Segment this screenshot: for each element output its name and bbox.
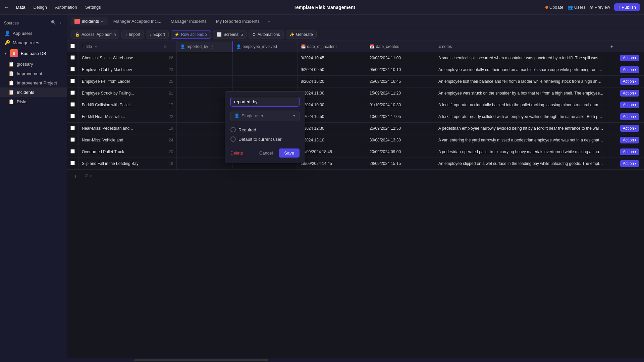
sidebar-item-label: Improvement Project xyxy=(17,80,57,85)
tab-label: Manager Incidents xyxy=(171,19,207,24)
user-type-select[interactable]: 👤 Single user ▼ xyxy=(230,111,300,121)
default-user-radio[interactable] xyxy=(230,136,236,142)
popup-action-bar: Delete Cancel Save xyxy=(230,148,300,158)
nav-design[interactable]: Design xyxy=(31,3,49,11)
generate-icon: ✨ xyxy=(289,32,294,37)
sidebar-icons: 🔍 ＋ xyxy=(51,20,63,26)
source-icon xyxy=(74,19,80,24)
publish-button[interactable]: ↑ Publish xyxy=(614,3,640,11)
nav-data[interactable]: Data xyxy=(13,3,28,11)
nav-automation[interactable]: Automation xyxy=(52,3,80,11)
horizontal-scrollbar[interactable] xyxy=(67,358,644,362)
access-button[interactable]: 🔒 Access: App admin xyxy=(71,31,119,39)
users-button[interactable]: 👥 Users xyxy=(568,5,586,10)
screens-icon: ⬜ xyxy=(217,32,222,37)
required-label: Required xyxy=(238,127,256,132)
sources-label: Sources xyxy=(4,21,19,25)
export-label: Export xyxy=(153,32,165,37)
nav-settings[interactable]: Settings xyxy=(83,3,104,11)
risks-icon: 📋 xyxy=(8,99,14,104)
row-actions-button[interactable]: ⚡ Row actions: 3 xyxy=(171,31,211,39)
tab-my-reported[interactable]: My Reported Incidents xyxy=(212,17,264,25)
cancel-button[interactable]: Cancel xyxy=(255,148,277,158)
sidebar-item-glossary[interactable]: 📋 glossary xyxy=(0,59,67,69)
default-user-label: Default to current user xyxy=(238,137,282,142)
tab-manager-accepted[interactable]: Manager Accepted Inci... xyxy=(109,17,165,25)
update-button[interactable]: Update xyxy=(545,5,564,10)
source-dots[interactable]: ••• xyxy=(101,19,105,23)
sidebar-item-app-users[interactable]: 👤 App users xyxy=(0,28,67,38)
tab-bar: incidents ••• Manager Accepted Inci... M… xyxy=(67,15,644,28)
export-button[interactable]: ↓ Export xyxy=(146,31,169,39)
tab-add-button[interactable]: ＋ xyxy=(265,17,273,26)
popup-confirm-buttons: Cancel Save xyxy=(255,148,300,158)
toolbar: 🔒 Access: App admin ↑ Import ↓ Export ⚡ … xyxy=(67,28,644,41)
field-config-popup: 👤 Single user ▼ Required Default to curr… xyxy=(225,91,305,163)
preview-button[interactable]: ⊙ Preview xyxy=(590,5,610,10)
popup-overlay: 👤 Single user ▼ Required Default to curr… xyxy=(67,41,644,358)
required-option[interactable]: Required xyxy=(230,125,300,134)
improvement-icon: 📋 xyxy=(8,71,14,76)
table-area: T title + id 👤 reported_by xyxy=(67,41,644,358)
import-icon: ↑ xyxy=(125,32,127,37)
manage-roles-icon: 🔑 xyxy=(4,40,10,45)
tab-label: My Reported Incidents xyxy=(216,19,260,24)
user-select-label: Single user xyxy=(241,113,263,118)
tab-label: Manager Accepted Inci... xyxy=(113,19,161,24)
user-select-icon: 👤 xyxy=(234,113,239,118)
sidebar-item-label: Manage roles xyxy=(13,40,39,45)
sidebar-item-risks[interactable]: 📋 Risks xyxy=(0,97,67,106)
sidebar-item-incidents[interactable]: 📋 Incidents xyxy=(0,87,67,97)
add-source-icon[interactable]: ＋ xyxy=(59,20,63,26)
app-users-icon: 👤 xyxy=(4,31,10,36)
sidebar-item-label: Improvement xyxy=(17,71,42,76)
sidebar-header: Sources 🔍 ＋ xyxy=(0,19,67,28)
top-right-actions: Update 👥 Users ⊙ Preview ↑ Publish xyxy=(545,3,640,11)
update-dot xyxy=(545,6,548,9)
sidebar-item-label: glossary xyxy=(17,62,33,67)
sidebar-item-label: Risks xyxy=(17,99,28,104)
sidebar-item-improvement[interactable]: 📋 Improvement xyxy=(0,69,67,78)
sidebar-item-budibase-db[interactable]: ▼ B Budibase DB xyxy=(0,47,67,59)
lock-icon: 🔒 xyxy=(75,32,80,37)
automations-label: Automations xyxy=(258,32,280,37)
app-title: Template Risk Management xyxy=(106,5,543,10)
default-user-option[interactable]: Default to current user xyxy=(230,134,300,144)
content-area: incidents ••• Manager Accepted Inci... M… xyxy=(67,15,644,362)
improvement-project-icon: 📋 xyxy=(8,80,14,85)
sidebar-item-label: App users xyxy=(13,31,33,36)
expand-icon: ▼ xyxy=(4,52,7,55)
automations-icon: ⚙ xyxy=(252,32,256,37)
back-button[interactable]: ← xyxy=(4,4,9,10)
search-icon[interactable]: 🔍 xyxy=(51,20,56,26)
generate-label: Generate xyxy=(296,32,313,37)
sidebar-item-label: Incidents xyxy=(17,90,34,95)
incidents-icon: 📋 xyxy=(8,89,14,95)
screens-label: Screens: 5 xyxy=(223,32,243,37)
tab-manager-incidents[interactable]: Manager Incidents xyxy=(167,17,211,25)
sidebar-item-improvement-project[interactable]: 📋 Improvement Project xyxy=(0,78,67,87)
required-radio[interactable] xyxy=(230,127,236,132)
scrollbar-thumb xyxy=(134,359,268,361)
source-name: incidents xyxy=(82,19,99,24)
row-actions-icon: ⚡ xyxy=(174,32,179,37)
delete-field-button[interactable]: Delete xyxy=(230,150,243,156)
sidebar-item-manage-roles[interactable]: 🔑 Manage roles xyxy=(0,38,67,47)
save-button[interactable]: Save xyxy=(279,148,300,158)
screens-button[interactable]: ⬜ Screens: 5 xyxy=(213,31,246,39)
import-label: Import xyxy=(129,32,140,37)
publish-icon: ↑ xyxy=(618,5,621,10)
access-label: Access: App admin xyxy=(82,32,116,37)
row-actions-label: Row actions: 3 xyxy=(181,32,208,37)
user-select-chevron: ▼ xyxy=(292,114,296,118)
source-tab[interactable]: incidents ••• xyxy=(71,17,108,25)
generate-button[interactable]: ✨ Generate xyxy=(286,31,317,39)
sidebar: Sources 🔍 ＋ 👤 App users 🔑 Manage roles ▼… xyxy=(0,15,67,362)
field-name-input[interactable] xyxy=(230,97,300,107)
glossary-icon: 📋 xyxy=(8,61,14,67)
main-layout: Sources 🔍 ＋ 👤 App users 🔑 Manage roles ▼… xyxy=(0,15,644,362)
import-button[interactable]: ↑ Import xyxy=(121,31,144,39)
automations-button[interactable]: ⚙ Automations xyxy=(249,31,284,39)
budibase-logo: B xyxy=(10,49,18,57)
preview-icon: ⊙ xyxy=(590,5,593,10)
